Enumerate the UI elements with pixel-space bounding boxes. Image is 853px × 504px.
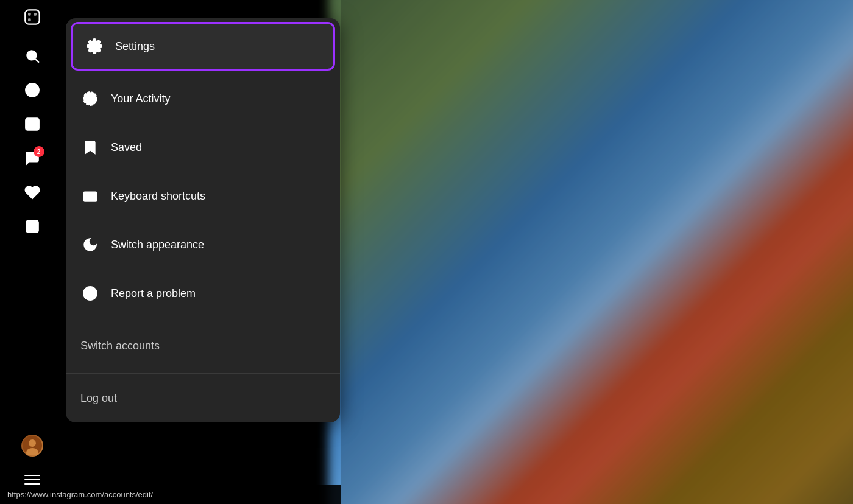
svg-point-4 — [27, 51, 36, 60]
svg-rect-2 — [34, 13, 37, 16]
menu-item-saved[interactable]: Saved — [66, 123, 340, 172]
settings-label: Settings — [115, 40, 155, 53]
profile-avatar[interactable] — [19, 432, 46, 459]
svg-point-17 — [29, 439, 36, 447]
status-bar: https://www.instagram.com/accounts/edit/ — [0, 485, 341, 504]
saved-label: Saved — [111, 141, 142, 154]
activity-label: Your Activity — [111, 93, 170, 105]
search-icon[interactable] — [19, 43, 46, 69]
svg-rect-3 — [28, 18, 31, 21]
svg-rect-0 — [25, 10, 39, 24]
report-icon — [80, 284, 100, 303]
dropdown-menu: Settings Your Activity Saved — [66, 18, 340, 422]
background-overlay — [341, 0, 853, 504]
svg-rect-1 — [28, 13, 31, 16]
status-url: https://www.instagram.com/accounts/edit/ — [7, 490, 153, 499]
menu-item-switch-accounts[interactable]: Switch accounts — [66, 318, 340, 373]
messages-badge: 2 — [34, 146, 44, 157]
settings-icon — [85, 37, 104, 56]
svg-line-5 — [35, 59, 38, 63]
menu-item-your-activity[interactable]: Your Activity — [66, 74, 340, 123]
sidebar: 2 — [0, 0, 64, 504]
menu-item-logout[interactable]: Log out — [66, 374, 340, 422]
logout-label: Log out — [80, 392, 117, 405]
svg-rect-8 — [26, 118, 39, 130]
menu-item-keyboard-shortcuts[interactable]: Keyboard shortcuts — [66, 172, 340, 220]
appearance-icon — [80, 235, 100, 254]
report-problem-label: Report a problem — [111, 287, 196, 300]
activity-icon — [80, 89, 100, 108]
menu-line-1 — [24, 475, 40, 476]
keyboard-icon — [80, 186, 100, 206]
switch-accounts-label: Switch accounts — [80, 340, 160, 352]
avatar-image — [21, 435, 43, 457]
keyboard-shortcuts-label: Keyboard shortcuts — [111, 190, 205, 203]
notifications-icon[interactable] — [19, 179, 46, 206]
messages-icon[interactable]: 2 — [19, 145, 46, 172]
saved-icon — [80, 138, 100, 157]
menu-item-settings[interactable]: Settings — [71, 22, 335, 71]
instagram-logo[interactable] — [23, 7, 42, 27]
menu-item-switch-appearance[interactable]: Switch appearance — [66, 220, 340, 269]
reels-icon[interactable] — [19, 111, 46, 138]
create-icon[interactable] — [19, 213, 46, 240]
menu-line-2 — [24, 479, 40, 480]
menu-item-report-problem[interactable]: Report a problem — [66, 269, 340, 318]
switch-appearance-label: Switch appearance — [111, 239, 204, 251]
explore-icon[interactable] — [19, 77, 46, 103]
